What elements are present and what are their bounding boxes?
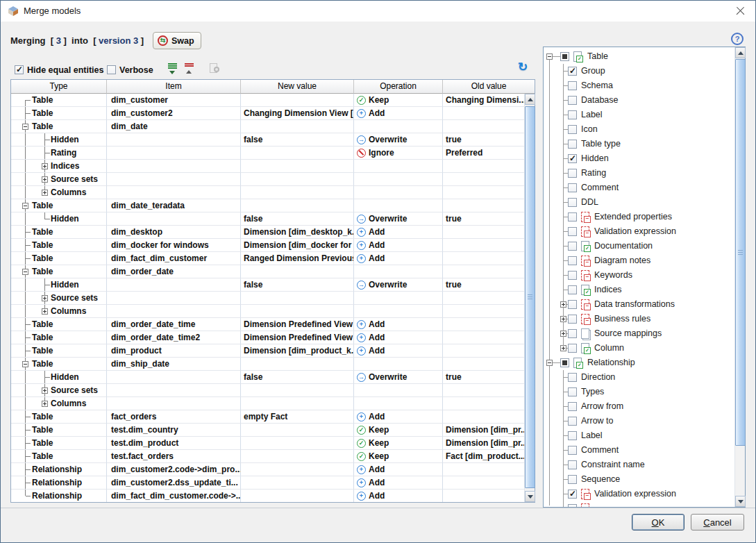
table-row[interactable]: Tabledim_desktopDimension [dim_desktop_k… [11,226,524,239]
column-header-old-value[interactable]: Old value [443,80,535,94]
tree-item[interactable]: Source mappings [544,326,734,341]
scrollbar-up-icon[interactable] [735,47,746,58]
tree-item[interactable]: Label [544,108,734,122]
tree-vertical-scrollbar[interactable] [734,47,745,507]
expander-minus-icon[interactable] [546,53,553,60]
table-row[interactable]: Tabledim_ship_date [11,358,524,371]
help-icon[interactable]: ? [731,33,744,45]
table-row[interactable]: Tabledim_docker for windowsDimension [di… [11,239,524,252]
table-row[interactable]: Relationshipdim_fact_dim_customer.code->… [11,490,524,502]
checkbox[interactable] [568,212,577,222]
checkbox[interactable] [568,300,577,309]
scrollbar-down-icon[interactable] [525,491,535,502]
tree-item[interactable]: DDL [544,195,734,210]
tree-item[interactable]: Business rules [544,312,734,326]
checkbox[interactable] [568,169,577,178]
table-row[interactable]: Tabledim_date_teradata [11,199,524,212]
tree-item[interactable]: Indices [544,283,734,297]
verbose-checkbox[interactable] [107,65,116,74]
checkbox[interactable] [568,285,577,294]
table-row[interactable]: Columns [11,186,524,199]
tree-item[interactable]: Direction [544,370,734,385]
expander-plus-icon[interactable] [42,295,48,301]
tree-item[interactable]: Types [544,385,734,399]
tree-item[interactable]: Diagram notes [544,253,734,268]
table-row[interactable]: Tabledim_order_date_timeDimension Predef… [11,318,524,331]
expander-plus-icon[interactable] [42,387,48,394]
tree-item[interactable]: Arrow to [544,414,734,428]
scrollbar-thumb[interactable] [525,106,535,488]
scrollbar-up-icon[interactable] [525,94,535,105]
checkbox[interactable] [568,315,577,324]
tree-item[interactable]: Constraint name [544,458,734,472]
checkbox[interactable] [568,110,577,119]
checkbox[interactable] [568,475,577,484]
refresh-icon[interactable]: ↻ [516,60,530,74]
checkbox[interactable] [568,256,577,265]
expander-plus-icon[interactable] [560,345,566,351]
checkbox[interactable] [568,329,577,338]
expander-plus-icon[interactable] [42,176,48,183]
table-row[interactable]: Tabletest.fact_orders✓KeepFact [dim_prod… [11,450,524,463]
checkbox[interactable] [568,446,577,455]
checkbox[interactable] [568,431,577,440]
checkbox[interactable] [568,490,577,499]
expander-plus-icon[interactable] [560,331,566,337]
column-header-item[interactable]: Item [107,80,241,94]
table-row[interactable]: Columns [11,397,524,410]
cancel-button[interactable]: Cancel [691,514,744,531]
table-row[interactable]: Tabledim_order_date_time2Dimension Prede… [11,331,524,344]
checkbox[interactable] [568,96,577,105]
table-row[interactable]: Hiddenfalse→Overwritetrue [11,371,524,384]
expander-minus-icon[interactable] [22,124,28,130]
tree-item[interactable]: Rating [544,166,734,181]
tree-item[interactable]: Group [544,64,734,78]
expander-minus-icon[interactable] [22,361,28,367]
checkbox[interactable] [568,402,577,411]
table-row[interactable]: Hiddenfalse→Overwritetrue [11,133,524,147]
table-row[interactable]: Relationshipdim_customer2.dss_update_ti.… [11,476,524,490]
scrollbar-down-icon[interactable] [735,496,746,507]
table-row[interactable]: Tabletest.dim_country✓KeepDimension [dim… [11,424,524,437]
column-header-type[interactable]: Type [11,80,107,94]
checkbox[interactable] [568,125,577,134]
expander-minus-icon[interactable] [546,360,553,366]
table-row[interactable]: Columns [11,305,524,318]
checkbox[interactable] [568,81,577,90]
expander-plus-icon[interactable] [560,316,566,322]
expander-plus-icon[interactable] [42,190,48,196]
table-row[interactable]: Hiddenfalse→Overwritetrue [11,278,524,292]
close-button[interactable] [724,1,755,22]
checkbox[interactable] [568,198,577,207]
table-row[interactable]: Tablefact_ordersempty Fact+Add [11,410,524,424]
table-row[interactable]: Source sets [11,384,524,397]
checkbox[interactable] [568,242,577,251]
tree-item[interactable]: Keywords [544,268,734,283]
tree-item[interactable]: Validation expression [544,487,734,501]
expander-minus-icon[interactable] [22,269,28,275]
scrollbar-thumb[interactable] [735,59,746,446]
tree-item[interactable]: Arrow from [544,399,734,414]
column-header-operation[interactable]: Operation [354,80,443,94]
table-row[interactable]: Tabledim_date [11,120,524,133]
checkbox[interactable] [568,344,577,353]
tree-item[interactable]: Comment [544,443,734,458]
checkbox[interactable] [568,387,577,396]
tree-item[interactable]: Database [544,93,734,108]
swap-button[interactable]: ⇆ Swap [153,32,201,49]
tree-item[interactable]: Extended properties [544,210,734,224]
tree-item[interactable]: Data transformations [544,297,734,312]
collapse-all-icon[interactable] [183,62,197,76]
tree-item[interactable]: Label [544,428,734,443]
verbose-toggle[interactable]: Verbose [107,64,153,76]
expander-plus-icon[interactable] [42,163,48,169]
tree-item[interactable]: Relationship [544,356,734,370]
tree-item[interactable]: Hidden [544,151,734,166]
checkbox[interactable] [568,504,577,507]
checkbox[interactable] [568,154,577,163]
expander-plus-icon[interactable] [42,401,48,407]
expand-all-icon[interactable] [167,62,180,76]
tree-item[interactable]: Schema [544,78,734,93]
hide-equal-checkbox[interactable] [15,65,24,74]
checkbox[interactable] [568,227,577,236]
